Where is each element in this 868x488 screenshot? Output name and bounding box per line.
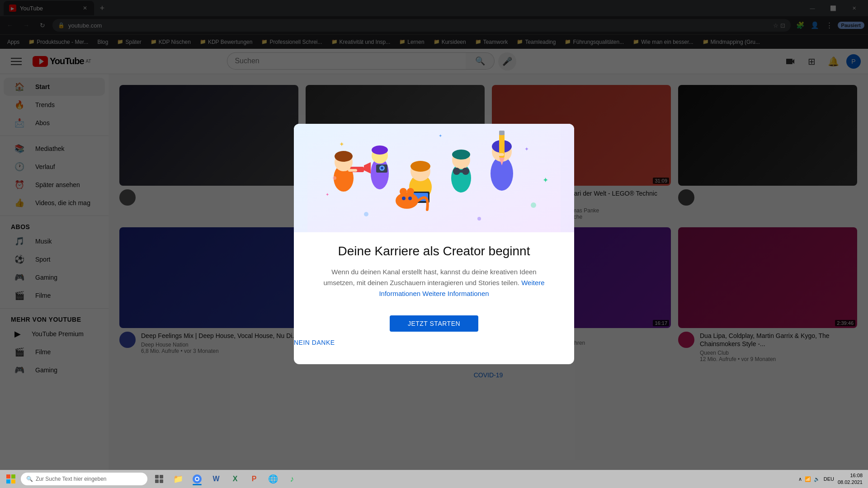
svg-rect-50: [11, 474, 15, 479]
system-tray-icons: ∧ 📶 🔊: [798, 476, 820, 482]
svg-point-21: [381, 167, 383, 169]
svg-point-43: [402, 197, 406, 200]
svg-point-30: [453, 168, 460, 175]
modal-desc-text: Wenn du deinen Kanal erstellt hast, kann…: [323, 268, 536, 286]
taskbar-edge[interactable]: 🌐: [264, 472, 282, 486]
taskbar-chrome[interactable]: [188, 472, 206, 486]
svg-point-24: [410, 161, 430, 172]
taskbar-search-placeholder: Zur Suche Text hier eingeben: [36, 476, 107, 482]
svg-point-40: [396, 192, 418, 209]
svg-rect-54: [160, 475, 163, 479]
svg-rect-49: [6, 474, 10, 479]
svg-rect-39: [497, 153, 504, 156]
modal-illustration: ✦ ✦ ✦ ✦ ✦: [294, 124, 574, 232]
taskbar-word[interactable]: W: [207, 472, 225, 486]
taskbar-excel[interactable]: X: [226, 472, 244, 486]
time-display: 16:08: [838, 472, 863, 479]
taskbar-task-view[interactable]: [150, 472, 168, 486]
creator-modal: ✦ ✦ ✦ ✦ ✦: [294, 124, 574, 364]
taskbar: 🔍 Zur Suche Text hier eingeben 📁 W X P 🌐…: [0, 470, 868, 488]
svg-text:✦: ✦: [339, 141, 344, 148]
taskbar-right: ∧ 📶 🔊 DEU 16:08 08.02.2021: [798, 472, 866, 486]
modal-overlay[interactable]: ✦ ✦ ✦ ✦ ✦: [0, 0, 868, 488]
nein-danke-button[interactable]: NEIN DANKE: [294, 339, 335, 346]
svg-point-18: [372, 145, 388, 155]
svg-point-59: [196, 478, 198, 480]
jetzt-starten-button[interactable]: JETZT STARTEN: [390, 315, 478, 332]
date-display: 08.02.2021: [838, 479, 863, 486]
svg-text:✦: ✦: [524, 146, 529, 152]
taskbar-clock[interactable]: 16:08 08.02.2021: [838, 472, 863, 486]
taskbar-apps: 📁 W X P 🌐 ♪: [150, 472, 301, 486]
taskbar-search[interactable]: 🔍 Zur Suche Text hier eingeben: [21, 473, 147, 485]
taskbar-powerpoint[interactable]: P: [245, 472, 263, 486]
svg-rect-56: [160, 479, 163, 483]
svg-point-44: [408, 197, 412, 200]
language-indicator: DEU: [824, 476, 834, 482]
svg-rect-38: [499, 131, 505, 135]
svg-text:✦: ✦: [439, 133, 442, 138]
modal-title: Deine Karriere als Creator beginnt: [312, 243, 556, 259]
svg-rect-15: [348, 169, 357, 172]
svg-point-29: [452, 150, 470, 160]
modal-link-text[interactable]: Weitere Informationen: [420, 290, 489, 297]
svg-rect-32: [460, 170, 462, 173]
start-button[interactable]: [2, 472, 20, 486]
svg-point-45: [364, 212, 368, 216]
svg-rect-55: [155, 479, 159, 483]
svg-rect-52: [11, 479, 15, 483]
svg-point-41: [400, 188, 407, 195]
svg-point-47: [531, 202, 536, 208]
svg-point-46: [477, 217, 481, 221]
svg-point-12: [335, 151, 353, 162]
svg-rect-53: [155, 475, 159, 479]
svg-text:✦: ✦: [326, 192, 329, 197]
modal-description: Wenn du deinen Kanal erstellt hast, kann…: [321, 267, 547, 299]
svg-rect-51: [6, 479, 10, 483]
search-icon: 🔍: [26, 476, 33, 482]
tray-icons-expand[interactable]: ∧: [798, 476, 802, 482]
svg-text:✦: ✦: [542, 176, 548, 184]
svg-point-31: [462, 168, 469, 175]
taskbar-file-explorer[interactable]: 📁: [169, 472, 187, 486]
volume-icon: 🔊: [814, 476, 820, 482]
svg-point-48: [333, 176, 336, 180]
network-icon: 📶: [805, 476, 811, 482]
taskbar-spotify[interactable]: ♪: [283, 472, 301, 486]
svg-point-42: [407, 188, 414, 195]
